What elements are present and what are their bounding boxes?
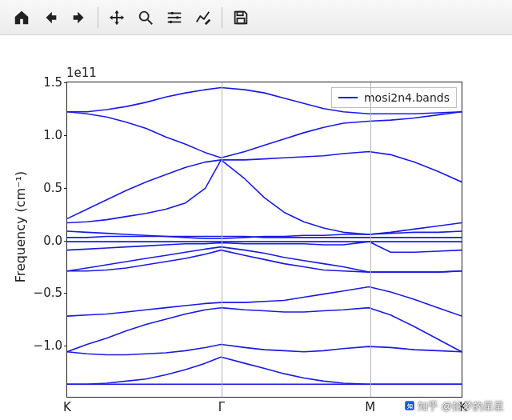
zoom-button[interactable] <box>132 4 159 31</box>
move-icon <box>108 9 126 26</box>
home-icon <box>13 9 30 26</box>
band-lines <box>67 82 462 397</box>
zhihu-icon: 知 <box>404 400 415 411</box>
svg-point-7 <box>170 20 173 23</box>
arrow-left-icon <box>42 9 59 26</box>
back-button[interactable] <box>37 4 64 31</box>
axes-edit-icon <box>194 9 212 26</box>
x-tick-label: M <box>365 400 375 414</box>
sliders-icon <box>166 9 183 26</box>
band-path <box>67 112 462 158</box>
save-icon <box>232 9 250 26</box>
x-gridline <box>222 82 222 397</box>
save-button[interactable] <box>227 4 254 31</box>
toolbar-separator <box>222 7 222 28</box>
band-path <box>67 160 462 234</box>
svg-point-5 <box>176 16 179 19</box>
y-axis-label: Frequency (cm⁻¹) <box>13 163 28 291</box>
svg-line-1 <box>148 19 153 24</box>
y-tick-label: −0.5 <box>34 286 62 300</box>
y-tick-mark <box>64 293 67 294</box>
svg-text:知: 知 <box>406 403 412 410</box>
toolbar-separator <box>98 7 98 28</box>
x-tick-label: Γ <box>218 400 225 414</box>
svg-rect-9 <box>237 18 244 22</box>
x-tick-label: K <box>63 400 71 414</box>
forward-button[interactable] <box>66 4 93 31</box>
legend-line-sample <box>338 97 358 98</box>
y-tick-mark <box>64 135 67 136</box>
band-path <box>67 151 462 218</box>
legend: mosi2n4.bands <box>331 87 457 108</box>
band-path <box>67 357 462 384</box>
y-tick-mark <box>64 346 67 346</box>
pan-button[interactable] <box>103 4 130 31</box>
svg-point-0 <box>140 11 149 20</box>
band-path <box>67 308 462 352</box>
band-path <box>67 286 462 316</box>
x-tick-label: K <box>459 400 467 414</box>
y-tick-mark <box>64 188 67 189</box>
y-tick-mark <box>64 241 67 242</box>
plot-canvas[interactable]: Frequency (cm⁻¹) 1e11 mosi2n4.bands KΓMK… <box>0 35 512 420</box>
x-gridline <box>370 82 371 397</box>
y-tick-label: −1.0 <box>34 338 62 353</box>
watermark: 知 知乎 @拾梦的星星 <box>404 399 504 414</box>
y-tick-label: 0.0 <box>43 234 62 248</box>
arrow-right-icon <box>70 9 88 26</box>
band-path <box>67 242 462 252</box>
svg-point-3 <box>170 11 174 14</box>
y-tick-label: 1.0 <box>43 128 62 142</box>
home-button[interactable] <box>8 4 35 31</box>
legend-label: mosi2n4.bands <box>364 91 450 104</box>
y-axis-offset-text: 1e11 <box>66 66 97 80</box>
y-tick-label: 1.5 <box>43 75 62 90</box>
y-tick-label: 0.5 <box>43 181 62 195</box>
matplotlib-toolbar <box>0 0 512 35</box>
svg-rect-8 <box>237 11 242 15</box>
axes-frame: mosi2n4.bands KΓMK−1.0−0.50.00.51.01.5 <box>66 82 462 398</box>
y-tick-mark <box>64 82 67 83</box>
svg-rect-10 <box>405 401 414 410</box>
configure-subplots-button[interactable] <box>161 4 188 31</box>
band-path <box>67 345 462 355</box>
edit-axes-button[interactable] <box>190 4 217 31</box>
magnifier-icon <box>137 9 154 26</box>
